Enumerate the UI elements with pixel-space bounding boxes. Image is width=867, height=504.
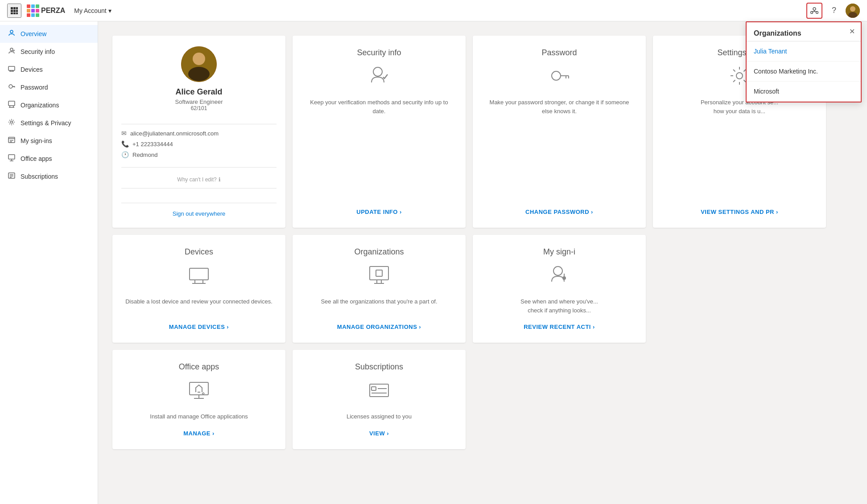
sidebar-item-security-info[interactable]: Security info bbox=[0, 43, 98, 61]
card-description: Personalize your account se...how your d… bbox=[701, 98, 778, 200]
org-item-contoso[interactable]: Contoso Marketing Inc. bbox=[747, 61, 861, 82]
org-panel-close-button[interactable]: ✕ bbox=[846, 26, 857, 37]
cards-grid: Alice Gerald Software Engineer 62/101 ✉ … bbox=[112, 36, 826, 343]
subscriptions-card: Subscriptions Licenses assigned to you V… bbox=[293, 350, 466, 449]
dot bbox=[31, 9, 35, 12]
org-item-julia-tenant[interactable]: Julia Tenant bbox=[747, 41, 861, 61]
sidebar-item-subscriptions[interactable]: Subscriptions bbox=[0, 168, 98, 185]
sidebar-item-label: My sign-ins bbox=[21, 137, 52, 144]
my-account-button[interactable]: My Account ▾ bbox=[74, 7, 111, 14]
svg-rect-53 bbox=[190, 268, 208, 280]
svg-rect-4 bbox=[13, 10, 16, 12]
help-icon-button[interactable]: ? bbox=[826, 3, 842, 19]
svg-point-9 bbox=[813, 8, 816, 10]
svg-point-62 bbox=[553, 266, 562, 275]
profile-divider bbox=[121, 124, 277, 124]
sidebar-item-devices[interactable]: Devices bbox=[0, 61, 98, 78]
card-description: See all the organizations that you're a … bbox=[321, 297, 437, 315]
sidebar-item-label: Overview bbox=[21, 30, 46, 37]
sign-ins-icon bbox=[7, 136, 16, 145]
nav-right: ? bbox=[806, 3, 860, 19]
email-icon: ✉ bbox=[121, 130, 127, 137]
org-item-microsoft[interactable]: Microsoft bbox=[747, 82, 861, 102]
sidebar-item-organizations[interactable]: Organizations bbox=[0, 96, 98, 114]
organizations-card: Organizations See all the organizations … bbox=[293, 235, 466, 343]
arrow-icon: › bbox=[212, 430, 215, 437]
nav-left: PERZA My Account ▾ bbox=[7, 4, 111, 18]
card-action-link[interactable]: UPDATE INFO › bbox=[356, 209, 402, 215]
dot bbox=[36, 4, 39, 8]
svg-point-45 bbox=[193, 53, 205, 65]
profile-divider-3 bbox=[121, 188, 277, 188]
card-action-link[interactable]: CHANGE PASSWORD › bbox=[525, 209, 593, 215]
sidebar: Overview Security info Devices bbox=[0, 21, 98, 504]
card-action-label: MANAGE DEVICES bbox=[169, 324, 225, 330]
svg-point-24 bbox=[9, 85, 12, 88]
sidebar-item-overview[interactable]: Overview bbox=[0, 25, 98, 43]
password-icon bbox=[7, 83, 16, 92]
devices-card-icon bbox=[188, 264, 210, 290]
org-panel-header: Organizations bbox=[747, 22, 861, 41]
card-title: Subscriptions bbox=[355, 362, 403, 372]
svg-point-46 bbox=[188, 67, 210, 81]
sidebar-item-office-apps[interactable]: Office apps bbox=[0, 150, 98, 168]
sidebar-item-password[interactable]: Password bbox=[0, 78, 98, 96]
svg-rect-3 bbox=[11, 10, 13, 12]
svg-point-16 bbox=[850, 6, 855, 12]
organizations-icon-button[interactable] bbox=[806, 3, 822, 19]
profile-phone-item: 📞 +1 2223334444 bbox=[121, 140, 277, 148]
card-action-link[interactable]: VIEW › bbox=[369, 430, 389, 437]
org-list: Julia Tenant Contoso Marketing Inc. Micr… bbox=[747, 41, 861, 102]
perza-logo-text: PERZA bbox=[41, 7, 65, 15]
card-description: Install and manage Office applications bbox=[150, 412, 248, 421]
security-info-card-icon bbox=[368, 65, 390, 91]
organizations-card-icon bbox=[368, 264, 390, 290]
card-action-label: MANAGE bbox=[183, 430, 211, 437]
svg-point-18 bbox=[10, 30, 13, 33]
svg-point-19 bbox=[10, 48, 13, 51]
organizations-icon bbox=[7, 101, 16, 110]
card-action-link[interactable]: MANAGE ORGANIZATIONS › bbox=[337, 324, 421, 330]
phone-icon: 📞 bbox=[121, 140, 129, 148]
help-icon: ? bbox=[832, 6, 836, 15]
svg-rect-65 bbox=[190, 382, 208, 395]
chevron-down-icon: ▾ bbox=[108, 7, 111, 14]
card-action-link[interactable]: MANAGE › bbox=[183, 430, 215, 437]
sign-ins-card-icon bbox=[548, 264, 570, 290]
org-item-name: Julia Tenant bbox=[754, 48, 787, 55]
sidebar-item-label: Office apps bbox=[21, 155, 52, 162]
arrow-icon: › bbox=[400, 209, 402, 215]
sidebar-item-settings-privacy[interactable]: Settings & Privacy bbox=[0, 114, 98, 132]
card-action-link[interactable]: MANAGE DEVICES › bbox=[169, 324, 229, 330]
card-title: My sign-i bbox=[543, 247, 575, 257]
security-info-icon bbox=[7, 47, 16, 56]
office-apps-card-icon bbox=[188, 379, 210, 405]
my-account-label: My Account bbox=[74, 7, 106, 14]
profile-avatar bbox=[181, 46, 217, 82]
svg-rect-7 bbox=[13, 12, 16, 14]
profile-location: Redmond bbox=[132, 152, 157, 158]
sidebar-item-my-sign-ins[interactable]: My sign-ins bbox=[0, 132, 98, 150]
card-title: Password bbox=[541, 48, 577, 57]
card-title: Organizations bbox=[354, 247, 404, 257]
profile-fraction: 62/101 bbox=[191, 105, 207, 111]
card-title: Office apps bbox=[179, 362, 219, 372]
user-avatar-button[interactable] bbox=[846, 4, 860, 18]
card-action-link[interactable]: REVIEW RECENT ACTI › bbox=[524, 324, 595, 330]
password-card: Password Make your password stronger, or… bbox=[473, 36, 646, 228]
card-action-link[interactable]: VIEW SETTINGS AND PR › bbox=[701, 209, 778, 215]
svg-rect-8 bbox=[16, 12, 18, 14]
arrow-icon: › bbox=[593, 324, 595, 330]
svg-rect-70 bbox=[372, 387, 376, 390]
sign-out-link[interactable]: Sign out everywhere bbox=[121, 203, 277, 217]
svg-point-48 bbox=[552, 71, 561, 80]
my-sign-ins-card: My sign-i See when and where you've...ch… bbox=[473, 235, 646, 343]
sidebar-item-label: Security info bbox=[21, 48, 55, 55]
sidebar-item-label: Subscriptions bbox=[21, 173, 58, 180]
svg-rect-28 bbox=[8, 101, 15, 106]
why-cant-edit[interactable]: Why can't I edit? ℹ bbox=[177, 176, 220, 183]
svg-rect-2 bbox=[16, 7, 18, 9]
card-action-label: VIEW SETTINGS AND PR bbox=[701, 209, 774, 215]
app-grid-button[interactable] bbox=[7, 4, 21, 18]
svg-rect-20 bbox=[8, 66, 15, 70]
